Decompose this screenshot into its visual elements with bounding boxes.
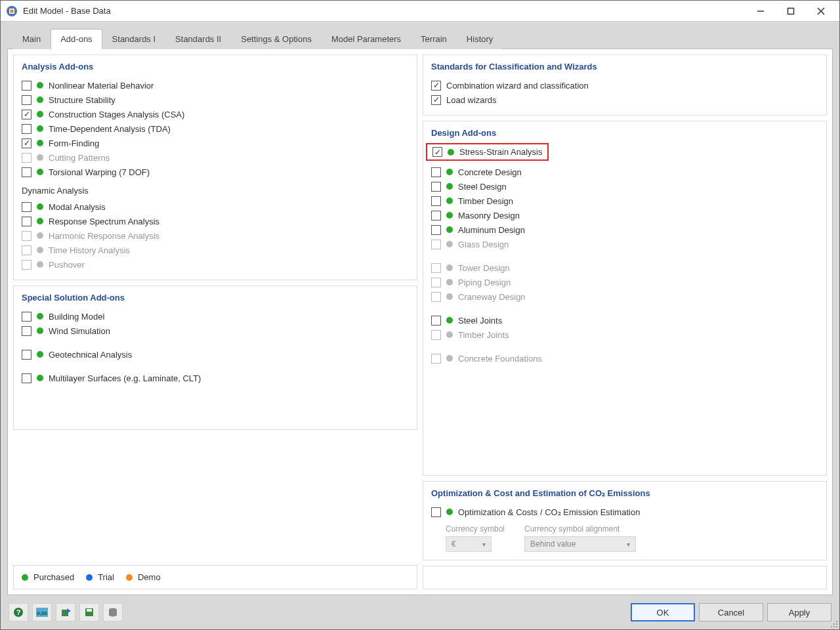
item-label: Combination wizard and classification xyxy=(446,81,589,91)
item-label: Structure Stability xyxy=(49,95,116,105)
tab-standards-ii[interactable]: Standards II xyxy=(165,29,231,49)
svg-point-21 xyxy=(833,626,835,627)
help-button[interactable]: ? xyxy=(9,603,28,621)
checkbox[interactable] xyxy=(431,95,441,105)
status-dot-icon xyxy=(446,198,453,204)
tab-standards-i[interactable]: Standards I xyxy=(102,29,166,49)
checkbox[interactable] xyxy=(22,217,32,226)
item-label: Timber Design xyxy=(458,196,513,206)
checkbox[interactable] xyxy=(22,202,32,212)
checkbox[interactable] xyxy=(22,138,32,148)
checkbox xyxy=(431,278,441,287)
currency-align-field: Currency symbol alignment Behind value ▾ xyxy=(524,524,636,552)
empty-panel xyxy=(423,566,827,589)
addon-item: Harmonic Response Analysis xyxy=(22,228,409,243)
addon-item: Modal Analysis xyxy=(22,200,409,214)
item-label: Masonry Design xyxy=(458,211,520,220)
optimization-title: Optimization & Cost and Estimation of CO… xyxy=(431,488,818,498)
save-data-button[interactable] xyxy=(79,603,99,621)
addon-item: Multilayer Surfaces (e.g. Laminate, CLT) xyxy=(22,371,409,385)
tab-body: Analysis Add-ons Nonlinear Material Beha… xyxy=(7,49,833,595)
tab-model-parameters[interactable]: Model Parameters xyxy=(322,29,411,49)
database-button[interactable] xyxy=(103,603,123,621)
checkbox[interactable] xyxy=(431,196,441,206)
item-label: Concrete Foundations xyxy=(458,354,542,364)
checkbox[interactable] xyxy=(431,225,441,235)
maximize-button[interactable] xyxy=(782,4,800,18)
close-button[interactable] xyxy=(812,4,830,18)
item-label: Tower Design xyxy=(458,263,510,273)
svg-rect-4 xyxy=(788,8,794,14)
svg-text:?: ? xyxy=(16,608,21,616)
content-area: MainAdd-onsStandards IStandards IISettin… xyxy=(1,22,839,595)
status-dot-icon xyxy=(37,261,43,268)
status-dot-icon xyxy=(446,279,453,285)
checkbox[interactable] xyxy=(22,110,32,119)
addon-item: Geotechnical Analysis xyxy=(22,347,409,362)
addon-item: Cutting Patterns xyxy=(22,150,409,165)
status-dot-icon xyxy=(446,212,453,219)
export-button[interactable] xyxy=(56,603,75,621)
checkbox xyxy=(431,354,441,364)
svg-point-22 xyxy=(831,626,832,627)
status-dot-icon xyxy=(446,183,453,190)
status-dot-icon xyxy=(37,203,43,210)
checkbox xyxy=(22,260,32,270)
dot-blue-icon xyxy=(86,574,93,581)
special-solution-title: Special Solution Add-ons xyxy=(22,293,409,303)
checkbox[interactable] xyxy=(22,167,32,177)
checkbox[interactable] xyxy=(22,350,32,360)
addon-item: Time History Analysis xyxy=(22,243,409,257)
checkbox xyxy=(22,245,32,255)
app-icon xyxy=(6,5,18,17)
status-dot-icon xyxy=(446,317,453,324)
item-label: Pushover xyxy=(49,260,85,270)
stress-strain-checkbox[interactable] xyxy=(432,147,442,157)
checkbox[interactable] xyxy=(22,81,32,91)
item-label: Nonlinear Material Behavior xyxy=(49,81,154,91)
optimization-checkbox[interactable] xyxy=(431,507,441,517)
chevron-down-icon: ▾ xyxy=(627,541,630,548)
units-button[interactable]: 0,00 xyxy=(32,603,52,621)
tab-terrain[interactable]: Terrain xyxy=(411,29,457,49)
tab-history[interactable]: History xyxy=(457,29,503,49)
addon-item: Form-Finding xyxy=(22,136,409,150)
right-column: Standards for Classification and Wizards… xyxy=(423,54,827,589)
legend-panel: Purchased Trial Demo xyxy=(13,565,417,589)
checkbox[interactable] xyxy=(431,316,441,326)
item-label: Timber Joints xyxy=(458,330,509,340)
addon-item: Masonry Design xyxy=(431,208,818,222)
currency-align-select[interactable]: Behind value ▾ xyxy=(524,536,636,552)
checkbox[interactable] xyxy=(22,326,32,336)
resize-grip-icon[interactable] xyxy=(830,620,838,628)
addon-item: Structure Stability xyxy=(22,93,409,107)
minimize-button[interactable] xyxy=(751,4,770,18)
addon-item: Pushover xyxy=(22,257,409,272)
checkbox[interactable] xyxy=(22,124,32,134)
currency-symbol-select[interactable]: € ▾ xyxy=(446,536,492,552)
status-dot-icon xyxy=(37,140,43,146)
status-dot-icon xyxy=(446,169,453,175)
checkbox[interactable] xyxy=(431,167,441,177)
window-controls xyxy=(751,4,834,18)
optimization-panel: Optimization & Cost and Estimation of CO… xyxy=(423,481,827,560)
checkbox[interactable] xyxy=(431,81,441,91)
checkbox[interactable] xyxy=(431,182,441,192)
item-label: Torsional Warping (7 DOF) xyxy=(49,167,150,177)
apply-button[interactable]: Apply xyxy=(767,603,831,621)
addon-item: Combination wizard and classification xyxy=(431,78,818,93)
status-dot-icon xyxy=(37,232,43,239)
addon-item: Piping Design xyxy=(431,275,818,289)
tab-main[interactable]: Main xyxy=(12,29,51,49)
checkbox[interactable] xyxy=(22,373,32,383)
item-label: Steel Joints xyxy=(458,316,502,326)
item-label: Time-Dependent Analysis (TDA) xyxy=(49,124,171,134)
checkbox[interactable] xyxy=(431,211,441,220)
checkbox[interactable] xyxy=(22,95,32,105)
tab-add-ons[interactable]: Add-ons xyxy=(51,29,102,49)
status-dot-icon xyxy=(37,313,43,320)
ok-button[interactable]: OK xyxy=(631,603,695,621)
checkbox[interactable] xyxy=(22,312,32,322)
tab-settings-options[interactable]: Settings & Options xyxy=(231,29,322,49)
cancel-button[interactable]: Cancel xyxy=(699,603,763,621)
